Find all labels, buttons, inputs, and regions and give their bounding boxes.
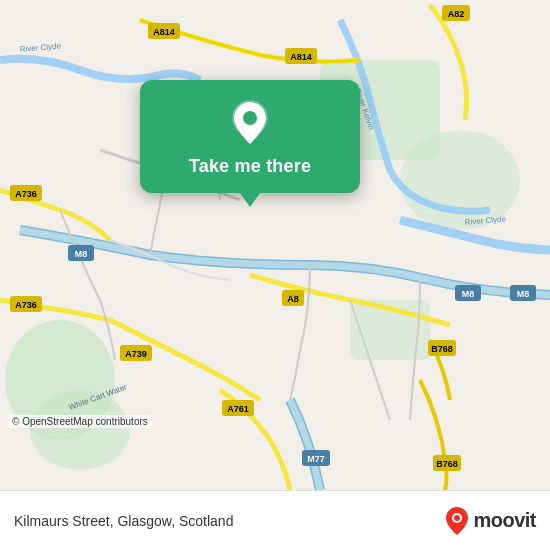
svg-text:A814: A814 — [153, 27, 175, 37]
svg-text:A814: A814 — [290, 52, 312, 62]
moovit-pin-icon — [445, 507, 469, 535]
svg-text:A736: A736 — [15, 189, 37, 199]
moovit-logo: moovit — [445, 507, 536, 535]
take-me-there-button[interactable]: Take me there — [189, 156, 311, 177]
svg-text:M8: M8 — [462, 289, 475, 299]
popup-card: Take me there — [140, 80, 360, 193]
svg-text:M8: M8 — [75, 249, 88, 259]
svg-text:B768: B768 — [431, 344, 453, 354]
svg-text:A761: A761 — [227, 404, 249, 414]
map-container: M8 M8 M8 M77 A814 A814 A82 A736 A736 A73… — [0, 0, 550, 490]
location-pin-icon — [226, 98, 274, 146]
footer-bar: Kilmaurs Street, Glasgow, Scotland moovi… — [0, 490, 550, 550]
svg-text:A82: A82 — [448, 9, 465, 19]
svg-text:A736: A736 — [15, 300, 37, 310]
svg-point-39 — [243, 111, 257, 125]
svg-text:A739: A739 — [125, 349, 147, 359]
svg-text:M8: M8 — [517, 289, 530, 299]
svg-text:M77: M77 — [307, 454, 325, 464]
svg-text:B768: B768 — [436, 459, 458, 469]
svg-point-41 — [454, 515, 460, 521]
svg-text:A8: A8 — [287, 294, 299, 304]
moovit-logo-text: moovit — [473, 509, 536, 532]
location-text: Kilmaurs Street, Glasgow, Scotland — [14, 513, 233, 529]
osm-credit: © OpenStreetMap contributors — [8, 415, 152, 428]
